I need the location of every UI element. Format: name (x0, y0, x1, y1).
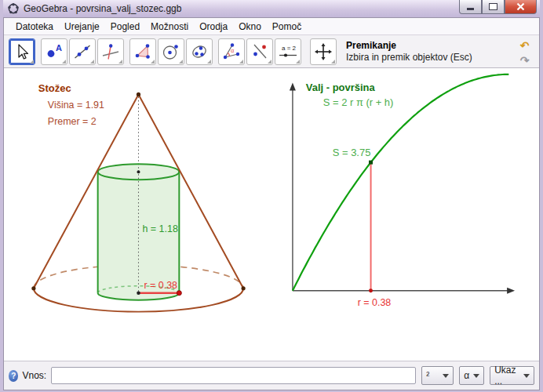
graph-formula: S = 2 r π (r + h) (323, 96, 394, 108)
svg-text:α: α (231, 46, 235, 53)
graph-marked-point[interactable] (369, 161, 373, 165)
close-button[interactable] (505, 0, 537, 14)
restore-button[interactable] (482, 0, 505, 14)
perpendicular-line-icon (101, 42, 120, 61)
tool-angle-button[interactable]: α (218, 38, 245, 65)
tool-move-button[interactable] (9, 38, 35, 65)
conic-ellipse-icon (190, 42, 209, 61)
y-axis-arrow-icon (290, 82, 296, 90)
graph-point-label: S = 3.75 (333, 147, 371, 158)
graph-axis-r-point[interactable] (369, 289, 373, 292)
reflect-icon (250, 42, 269, 61)
input-label: Vnos: (22, 370, 46, 381)
cursor-arrow-icon (13, 42, 31, 61)
greek-dropdown-value: α (464, 370, 469, 381)
window-title: GeoGebra - povrsina_valj_stozec.ggb (24, 3, 181, 14)
geometry-drawing: Stožec Višina = 1.91 Premer = 2 h = 1.18… (4, 68, 539, 361)
menu-datoteka[interactable]: Datoteka (10, 20, 59, 34)
cone-base-left-point[interactable] (31, 286, 35, 290)
menu-pogled[interactable]: Pogled (105, 20, 145, 34)
command-dropdown-value: Ukaz ... (494, 365, 519, 387)
svg-text:A: A (56, 43, 62, 53)
active-tool-hint: Izbira in premik objektov (Esc) (346, 52, 472, 64)
cylinder-r-label: r = 0.38 (144, 280, 177, 291)
chevron-down-icon (443, 374, 449, 378)
close-icon (516, 2, 525, 11)
greek-letter-dropdown[interactable]: α (459, 366, 484, 385)
menu-pomoc[interactable]: Pomoč (267, 20, 307, 34)
geogebra-window: GeoGebra - povrsina_valj_stozec.ggb Dato… (0, 0, 543, 392)
tool-conic-button[interactable] (186, 38, 213, 65)
geogebra-logo-icon (8, 3, 19, 14)
undo-icon[interactable]: ↶ (516, 38, 534, 53)
tool-move-view-button[interactable] (310, 38, 337, 65)
cylinder-top-center-point (137, 170, 140, 173)
command-input[interactable] (51, 367, 416, 384)
tool-polygon-button[interactable] (129, 38, 156, 65)
redo-icon[interactable]: ↷ (516, 53, 534, 67)
move-view-icon (314, 42, 333, 61)
line-icon (73, 42, 92, 61)
svg-text:a = 2: a = 2 (282, 44, 297, 51)
restore-icon (489, 3, 497, 10)
tool-circle-button[interactable] (158, 38, 184, 65)
command-dropdown[interactable]: Ukaz ... (490, 366, 534, 385)
cone-apex-point[interactable] (137, 93, 140, 96)
tool-perpendicular-line-button[interactable] (97, 38, 124, 65)
cylinder-bottom-center-point (137, 291, 140, 295)
point-icon: A (45, 42, 64, 61)
menu-orodja[interactable]: Orodja (194, 20, 233, 34)
circle-icon (162, 42, 180, 61)
graph-title: Valj - površina (306, 82, 376, 93)
graphics-view[interactable]: Stožec Višina = 1.91 Premer = 2 h = 1.18… (4, 68, 539, 361)
cylinder-h-label: h = 1.18 (142, 223, 177, 234)
angle-icon: α (222, 42, 241, 61)
cone-base-right-point[interactable] (242, 286, 246, 290)
window-controls (459, 0, 537, 14)
active-tool-name: Premikanje (346, 40, 472, 52)
input-help-icon[interactable]: ? (9, 370, 18, 382)
active-tool-info: Premikanje Izbira in premik objektov (Es… (346, 40, 472, 64)
slider-icon: a = 2 (278, 42, 298, 61)
toolbar: A (4, 35, 539, 68)
minimize-icon (467, 8, 474, 10)
radius-drag-point[interactable] (177, 291, 181, 296)
superscript-dropdown[interactable]: ² (421, 366, 454, 385)
superscript-dropdown-value: ² (426, 370, 429, 381)
tool-reflect-button[interactable] (246, 38, 273, 65)
undo-redo-group: ↶ ↷ (516, 38, 534, 67)
tool-slider-button[interactable]: a = 2 (275, 38, 301, 65)
tool-line-button[interactable] (69, 38, 96, 65)
menu-bar: Datoteka Urejanje Pogled Možnosti Orodja… (4, 18, 539, 35)
cone-height-label: Višina = 1.91 (48, 100, 104, 111)
tool-point-button[interactable]: A (41, 38, 67, 65)
title-bar[interactable]: GeoGebra - povrsina_valj_stozec.ggb (3, 0, 540, 17)
menu-moznosti[interactable]: Možnosti (145, 20, 194, 34)
menu-urejanje[interactable]: Urejanje (59, 20, 105, 34)
cone-diameter-label: Premer = 2 (48, 116, 97, 127)
polygon-icon (133, 42, 152, 61)
chevron-down-icon (473, 374, 479, 378)
menu-okno[interactable]: Okno (233, 20, 267, 34)
input-bar: ? Vnos: ² α Ukaz ... (4, 361, 539, 390)
graph-r-label: r = 0.38 (358, 297, 392, 308)
minimize-button[interactable] (459, 0, 482, 14)
chevron-down-icon (523, 374, 530, 378)
x-axis-arrow-icon (507, 288, 515, 294)
cone-title: Stožec (38, 82, 71, 94)
